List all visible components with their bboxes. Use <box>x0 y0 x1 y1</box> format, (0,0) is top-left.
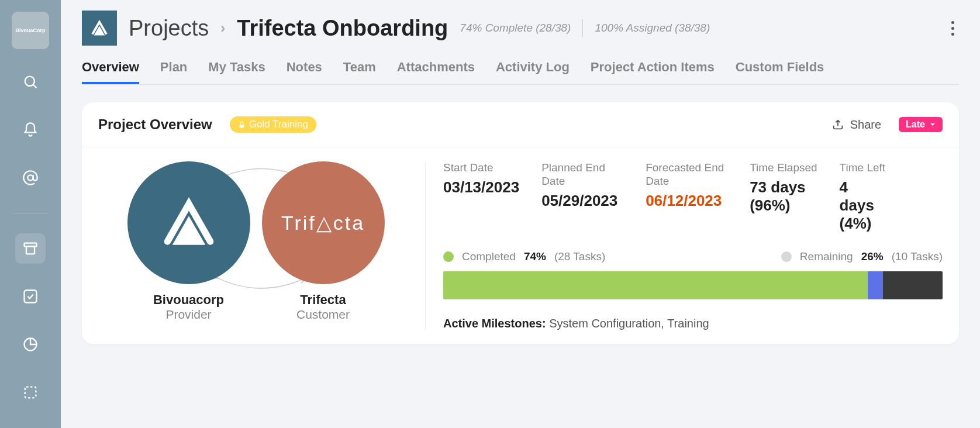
remaining-pct: 26% <box>861 250 884 263</box>
project-icon <box>82 11 117 46</box>
dot-completed-icon <box>443 251 454 262</box>
completed-count: (28 Tasks) <box>554 250 605 263</box>
header: Projects › Trifecta Onboarding 74% Compl… <box>82 11 959 46</box>
lock-icon <box>238 121 246 129</box>
status-badge-label: Late <box>906 119 925 130</box>
tab-plan[interactable]: Plan <box>160 60 187 84</box>
card-title: Project Overview <box>98 116 212 133</box>
breadcrumb-section[interactable]: Projects <box>129 16 209 41</box>
planned-end-date: Planned End Date 05/29/2023 <box>541 161 623 233</box>
stat-complete: 74% Complete (28/38) <box>460 22 571 34</box>
completed-label: Completed <box>462 250 516 263</box>
progress-done-segment <box>443 271 868 299</box>
share-button[interactable]: Share <box>831 118 881 132</box>
svg-rect-8 <box>239 124 244 127</box>
sidebar-divider <box>13 213 48 213</box>
card-body: Bivouacorp Provider Trif△cta Trifecta Cu… <box>82 147 959 344</box>
active-milestones: Active Milestones: System Configuration,… <box>443 317 943 330</box>
templates-icon[interactable] <box>15 377 46 408</box>
forecasted-end-date: Forecasted End Date 06/12/2023 <box>646 161 727 233</box>
customer-block: Trif△cta Trifecta Customer <box>262 161 385 322</box>
card-header: Project Overview Gold Training Share Lat… <box>82 102 959 147</box>
customer-name: Trifecta <box>300 292 346 308</box>
analytics-icon[interactable] <box>15 329 46 360</box>
svg-line-1 <box>33 85 36 88</box>
progress-mid-segment <box>868 271 883 299</box>
chevron-right-icon: › <box>220 20 225 36</box>
caret-down-icon <box>930 122 936 127</box>
tasks-icon[interactable] <box>15 281 46 312</box>
org-logo-text: BivouaCorp <box>15 27 45 33</box>
provider-logo <box>127 161 250 284</box>
customer-wordmark-b: cta <box>333 212 365 234</box>
progress-bar <box>443 271 943 299</box>
tab-custom-fields[interactable]: Custom Fields <box>736 60 824 84</box>
kebab-menu-icon[interactable] <box>947 16 959 40</box>
left-label: Time Left <box>840 161 886 175</box>
tab-overview[interactable]: Overview <box>82 60 139 84</box>
project-tabs: Overview Plan My Tasks Notes Team Attach… <box>82 60 959 85</box>
tab-my-tasks[interactable]: My Tasks <box>208 60 265 84</box>
customer-logo: Trif△cta <box>262 161 385 284</box>
status-badge[interactable]: Late <box>899 117 943 132</box>
svg-point-0 <box>25 77 34 86</box>
svg-point-2 <box>27 175 33 180</box>
dot-remaining-icon <box>781 251 792 262</box>
time-left: Time Left 4 days (4%) <box>840 161 886 233</box>
app-sidebar: BivouaCorp <box>0 0 61 428</box>
svg-rect-4 <box>26 247 34 254</box>
customer-role: Customer <box>296 308 350 322</box>
provider-name: Bivouacorp <box>153 292 224 308</box>
provider-block: Bivouacorp Provider <box>127 161 250 322</box>
tab-notes[interactable]: Notes <box>287 60 322 84</box>
provider-role: Provider <box>165 308 211 322</box>
elapsed-label: Time Elapsed <box>750 161 817 175</box>
planned-end-label: Planned End Date <box>541 161 623 188</box>
share-icon <box>831 118 844 131</box>
svg-rect-5 <box>25 291 37 303</box>
stat-assigned: 100% Assigned (38/38) <box>595 22 710 34</box>
customer-wordmark-a: Trif <box>281 212 316 234</box>
info-panel: Start Date 03/13/2023 Planned End Date 0… <box>426 161 943 330</box>
stat-divider <box>582 19 583 37</box>
progress-rest-segment <box>883 271 943 299</box>
mentions-icon[interactable] <box>15 163 46 193</box>
tab-action-items[interactable]: Project Action Items <box>591 60 715 84</box>
start-date-label: Start Date <box>443 161 519 175</box>
forecast-end-label: Forecasted End Date <box>646 161 727 188</box>
search-icon[interactable] <box>15 67 46 97</box>
partner-diagram: Bivouacorp Provider Trif△cta Trifecta Cu… <box>98 161 426 330</box>
remaining-label: Remaining <box>800 250 853 263</box>
tab-attachments[interactable]: Attachments <box>397 60 475 84</box>
gold-training-pill[interactable]: Gold Training <box>230 116 316 133</box>
start-date-value: 03/13/2023 <box>443 178 519 196</box>
date-grid: Start Date 03/13/2023 Planned End Date 0… <box>443 161 943 233</box>
forecast-end-value: 06/12/2023 <box>646 192 727 210</box>
elapsed-value: 73 days (96%) <box>750 178 808 215</box>
breadcrumb-project: Trifecta Onboarding <box>237 16 448 41</box>
remaining-count: (10 Tasks) <box>892 250 943 263</box>
planned-end-value: 05/29/2023 <box>541 192 623 210</box>
tab-activity-log[interactable]: Activity Log <box>496 60 570 84</box>
left-value: 4 days (4%) <box>840 178 886 233</box>
gold-pill-label: Gold Training <box>249 119 308 130</box>
progress-legend: Completed 74% (28 Tasks) Remaining 26% (… <box>443 250 943 263</box>
time-elapsed: Time Elapsed 73 days (96%) <box>750 161 817 233</box>
projects-icon[interactable] <box>15 233 46 264</box>
tab-team[interactable]: Team <box>343 60 376 84</box>
svg-rect-7 <box>25 387 36 398</box>
org-logo[interactable]: BivouaCorp <box>12 12 49 49</box>
overview-card: Project Overview Gold Training Share Lat… <box>82 102 959 344</box>
start-date: Start Date 03/13/2023 <box>443 161 519 233</box>
notifications-icon[interactable] <box>15 115 46 145</box>
milestones-label: Active Milestones: <box>443 317 546 330</box>
share-label: Share <box>850 118 881 132</box>
completed-pct: 74% <box>524 250 546 263</box>
milestones-value: System Configuration, Training <box>549 317 709 330</box>
main-content: Projects › Trifecta Onboarding 74% Compl… <box>61 0 980 428</box>
